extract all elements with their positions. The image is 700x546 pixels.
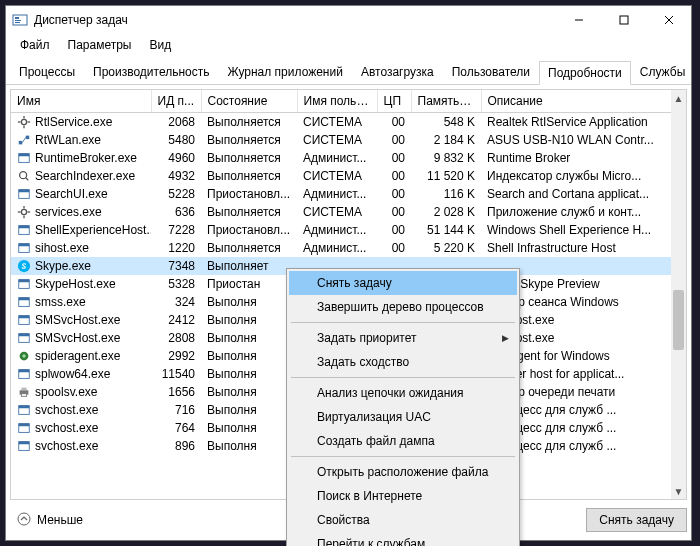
cell: 00	[377, 221, 411, 239]
column-header-0[interactable]: Имя	[11, 90, 151, 113]
svg-rect-45	[21, 388, 26, 391]
vertical-scrollbar[interactable]: ▲ ▼	[671, 89, 687, 500]
cell: SkypeHost.exe	[11, 275, 151, 293]
scroll-up-icon[interactable]: ▲	[671, 90, 686, 106]
context-item[interactable]: Перейти к службам	[289, 532, 517, 546]
svg-point-8	[21, 119, 26, 124]
column-header-6[interactable]: Описание	[481, 90, 686, 113]
cell: Админист...	[297, 221, 377, 239]
context-item[interactable]: Свойства	[289, 508, 517, 532]
cell: 5480	[151, 131, 201, 149]
titlebar[interactable]: Диспетчер задач	[6, 6, 691, 34]
cell: Выполня	[201, 419, 297, 437]
process-name: sihost.exe	[35, 241, 89, 255]
column-header-1[interactable]: ИД п...	[151, 90, 201, 113]
svg-rect-37	[19, 316, 30, 319]
menu-item-0[interactable]: Файл	[12, 36, 58, 54]
cell: 116 K	[411, 185, 481, 203]
cell: Skype.exe	[11, 257, 151, 275]
process-name: SMSvcHost.exe	[35, 331, 120, 345]
menu-item-1[interactable]: Параметры	[60, 36, 140, 54]
tab-0[interactable]: Процессы	[10, 60, 84, 84]
svg-rect-14	[26, 136, 30, 140]
column-header-3[interactable]: Имя польз...	[297, 90, 377, 113]
context-item[interactable]: Создать файл дампа	[289, 429, 517, 453]
svg-point-53	[18, 513, 30, 525]
cell: 2 184 K	[411, 131, 481, 149]
cell: 2 028 K	[411, 203, 481, 221]
cell: 00	[377, 203, 411, 221]
column-header-2[interactable]: Состояние	[201, 90, 297, 113]
column-header-5[interactable]: Память (ч...	[411, 90, 481, 113]
tab-6[interactable]: Службы	[631, 60, 694, 84]
table-row[interactable]: services.exe636ВыполняетсяСИСТЕМА002 028…	[11, 203, 686, 221]
context-item[interactable]: Снять задачу	[289, 271, 517, 295]
cell: Приостан	[201, 275, 297, 293]
context-item[interactable]: Открыть расположение файла	[289, 460, 517, 484]
menu-item-2[interactable]: Вид	[141, 36, 179, 54]
table-row[interactable]: SearchUI.exe5228Приостановл...Админист..…	[11, 185, 686, 203]
cell: Выполня	[201, 347, 297, 365]
cell: Shell Infrastructure Host	[481, 239, 686, 257]
svg-rect-1	[15, 17, 19, 19]
context-item[interactable]: Анализ цепочки ожидания	[289, 381, 517, 405]
context-item[interactable]: Завершить дерево процессов	[289, 295, 517, 319]
cell: Выполня	[201, 383, 297, 401]
tab-3[interactable]: Автозагрузка	[352, 60, 443, 84]
table-row[interactable]: RtWLan.exe5480ВыполняетсяСИСТЕМА002 184 …	[11, 131, 686, 149]
process-name: RtlService.exe	[35, 115, 112, 129]
fewer-details-button[interactable]: Меньше	[10, 507, 90, 534]
minimize-button[interactable]	[556, 6, 601, 34]
svg-rect-28	[19, 226, 30, 229]
tab-4[interactable]: Пользователи	[443, 60, 539, 84]
cell: 51 144 K	[411, 221, 481, 239]
table-row[interactable]: ShellExperienceHost...7228Приостановл...…	[11, 221, 686, 239]
cell: 2068	[151, 113, 201, 132]
maximize-button[interactable]	[601, 6, 646, 34]
cell: 00	[377, 149, 411, 167]
window-icon	[17, 295, 31, 309]
app-icon	[12, 12, 28, 28]
context-separator	[291, 377, 515, 378]
close-button[interactable]	[646, 6, 691, 34]
cell: СИСТЕМА	[297, 203, 377, 221]
scroll-thumb[interactable]	[673, 290, 684, 350]
context-item[interactable]: Задать приоритет▶	[289, 326, 517, 350]
window-icon	[17, 367, 31, 381]
cell: 548 K	[411, 113, 481, 132]
scroll-down-icon[interactable]: ▼	[671, 483, 686, 499]
table-row[interactable]: SearchIndexer.exe4932ВыполняетсяСИСТЕМА0…	[11, 167, 686, 185]
cell: Приложение служб и конт...	[481, 203, 686, 221]
table-row[interactable]: RtlService.exe2068ВыполняетсяСИСТЕМА0054…	[11, 113, 686, 132]
svg-rect-46	[21, 394, 26, 397]
column-header-4[interactable]: ЦП	[377, 90, 411, 113]
process-name: SkypeHost.exe	[35, 277, 116, 291]
svg-rect-35	[19, 298, 30, 301]
window-icon	[17, 421, 31, 435]
cell: Выполняется	[201, 239, 297, 257]
table-row[interactable]: RuntimeBroker.exe4960ВыполняетсяАдминист…	[11, 149, 686, 167]
cell: smss.exe	[11, 293, 151, 311]
table-row[interactable]: sihost.exe1220ВыполняетсяАдминист...005 …	[11, 239, 686, 257]
cell: СИСТЕМА	[297, 113, 377, 132]
cell: splwow64.exe	[11, 365, 151, 383]
tab-2[interactable]: Журнал приложений	[219, 60, 352, 84]
cell: СИСТЕМА	[297, 131, 377, 149]
context-item[interactable]: Задать сходство	[289, 350, 517, 374]
cell: Realtek RtIService Application	[481, 113, 686, 132]
context-item[interactable]: Виртуализация UAC	[289, 405, 517, 429]
cell: 2992	[151, 347, 201, 365]
cell: 1220	[151, 239, 201, 257]
process-name: RuntimeBroker.exe	[35, 151, 137, 165]
cell: services.exe	[11, 203, 151, 221]
tab-5[interactable]: Подробности	[539, 61, 631, 85]
end-task-button[interactable]: Снять задачу	[586, 508, 687, 532]
cell: Выполня	[201, 329, 297, 347]
cell: 9 832 K	[411, 149, 481, 167]
tab-1[interactable]: Производительность	[84, 60, 218, 84]
table-header-row[interactable]: ИмяИД п...СостояниеИмя польз...ЦППамять …	[11, 90, 686, 113]
svg-rect-50	[19, 424, 30, 427]
process-name: ShellExperienceHost...	[35, 223, 151, 237]
cell: RtWLan.exe	[11, 131, 151, 149]
context-item[interactable]: Поиск в Интернете	[289, 484, 517, 508]
